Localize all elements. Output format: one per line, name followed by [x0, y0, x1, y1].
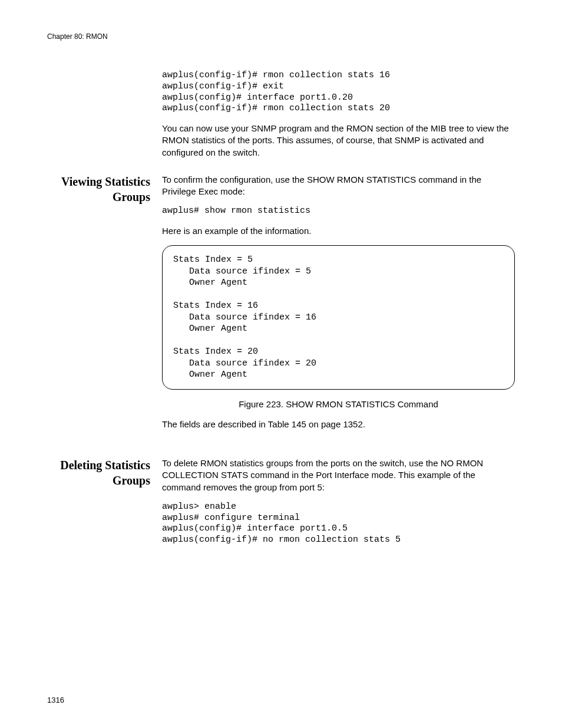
output-box: Stats Index = 5 Data source ifindex = 5 …: [162, 245, 515, 390]
section-heading-viewing: Viewing Statistics Groups: [47, 174, 150, 205]
code-block: awplus> enable awplus# configure termina…: [162, 502, 515, 546]
figure-caption: Figure 223. SHOW RMON STATISTICS Command: [162, 399, 515, 409]
body-paragraph: To delete RMON statistics groups from th…: [162, 457, 515, 493]
body-paragraph: To confirm the configuration, use the SH…: [162, 174, 515, 198]
code-block: awplus(config-if)# rmon collection stats…: [162, 70, 515, 114]
body-paragraph: You can now use your SNMP program and th…: [162, 123, 515, 159]
body-paragraph: Here is an example of the information.: [162, 225, 515, 237]
page-number: 1316: [47, 696, 64, 704]
code-block: awplus# show rmon statistics: [162, 206, 515, 217]
section-heading-deleting: Deleting Statistics Groups: [47, 457, 150, 488]
chapter-header: Chapter 80: RMON: [47, 32, 515, 41]
section-intro: awplus(config-if)# rmon collection stats…: [47, 70, 515, 167]
section-viewing: Viewing Statistics Groups To confirm the…: [47, 174, 515, 439]
body-paragraph: The fields are described in Table 145 on…: [162, 419, 515, 430]
section-deleting: Deleting Statistics Groups To delete RMO…: [47, 457, 515, 554]
